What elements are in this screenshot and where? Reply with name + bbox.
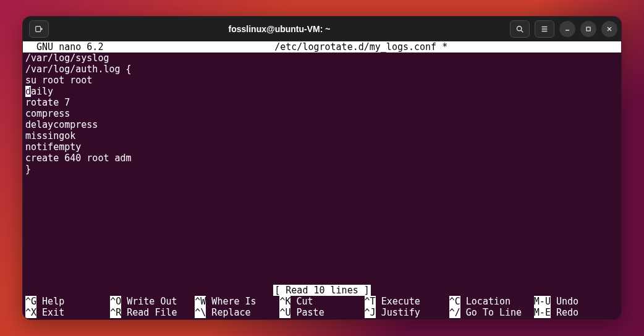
shortcut-key: ^K (279, 296, 290, 307)
shortcut-label: Paste (290, 307, 324, 318)
editor-line: /var/log/auth.log { (25, 64, 619, 75)
shortcut-item: ^J Justify (365, 307, 449, 318)
new-tab-button[interactable] (29, 20, 49, 38)
svg-point-3 (517, 26, 521, 30)
shortcut-bar: ^G Help^O Write Out^W Where Is^K Cut^T E… (23, 296, 621, 319)
nano-header: GNU nano 6.2 /etc/logrotate.d/my_logs.co… (23, 41, 621, 52)
shortcut-key: M-E (534, 307, 551, 318)
editor-line: compress (25, 108, 619, 119)
cursor: d (25, 86, 31, 97)
shortcut-label: Cut (290, 296, 313, 307)
shortcut-label: Exit (36, 307, 64, 318)
editor-line: /var/log/syslog (25, 52, 619, 64)
menu-button[interactable] (535, 20, 554, 38)
shortcut-key: ^/ (449, 307, 460, 318)
shortcut-label: Where Is (206, 296, 256, 307)
shortcut-item: ^U Paste (279, 307, 364, 318)
shortcut-item: ^W Where Is (195, 296, 279, 307)
editor-line: su root root (25, 75, 619, 86)
shortcut-label: Undo (551, 296, 578, 307)
shortcut-key: ^X (25, 307, 36, 318)
shortcut-item: M-E Redo (534, 307, 619, 318)
shortcut-item: M-U Undo (534, 296, 619, 307)
shortcut-label: Help (36, 296, 64, 307)
shortcut-label: Execute (376, 296, 420, 307)
editor-line: } (25, 164, 619, 175)
editor-area[interactable]: /var/log/syslog/var/log/auth.log {su roo… (23, 52, 621, 285)
shortcut-item: ^/ Go To Line (449, 307, 534, 318)
editor-line: delaycompress (25, 119, 619, 130)
shortcut-key: ^W (195, 296, 206, 307)
shortcut-key: ^C (449, 296, 460, 307)
shortcut-key: ^\ (195, 307, 206, 318)
shortcut-label: Redo (551, 307, 578, 318)
editor-line: missingok (25, 130, 619, 141)
svg-rect-9 (587, 27, 590, 31)
maximize-button[interactable] (580, 21, 596, 37)
terminal-window: fosslinux@ubuntu-VM: ~ (22, 16, 622, 320)
shortcut-label: Read File (121, 307, 177, 318)
titlebar: fosslinux@ubuntu-VM: ~ (23, 17, 621, 41)
shortcut-key: ^U (279, 307, 290, 318)
shortcut-item: ^K Cut (279, 296, 364, 307)
nano-app-name: GNU nano 6.2 (25, 41, 103, 52)
minimize-button[interactable] (559, 21, 575, 37)
shortcut-label: Write Out (121, 296, 177, 307)
close-button[interactable] (601, 21, 617, 37)
shortcut-item: ^T Execute (365, 296, 449, 307)
terminal-body[interactable]: GNU nano 6.2 /etc/logrotate.d/my_logs.co… (23, 41, 621, 319)
status-message: [ Read 10 lines ] (273, 285, 371, 296)
shortcut-key: M-U (534, 296, 551, 307)
shortcut-item: ^X Exit (25, 307, 110, 318)
shortcut-item: ^G Help (25, 296, 110, 307)
shortcut-key: ^R (110, 307, 121, 318)
editor-line: rotate 7 (25, 97, 619, 108)
shortcut-item: ^\ Replace (195, 307, 279, 318)
svg-line-4 (521, 30, 523, 32)
shortcut-item: ^R Read File (110, 307, 195, 318)
window-title: fosslinux@ubuntu-VM: ~ (51, 24, 507, 34)
shortcut-key: ^T (365, 296, 376, 307)
shortcut-key: ^J (365, 307, 376, 318)
shortcut-key: ^G (25, 296, 36, 307)
status-row: [ Read 10 lines ] (23, 285, 621, 296)
shortcut-label: Location (460, 296, 511, 307)
svg-rect-0 (36, 27, 41, 32)
nano-filename: /etc/logrotate.d/my_logs.conf * (103, 41, 619, 52)
shortcut-label: Justify (376, 307, 420, 318)
shortcut-item: ^O Write Out (110, 296, 195, 307)
editor-line: notifempty (25, 141, 619, 153)
shortcut-key: ^O (110, 296, 121, 307)
shortcut-label: Go To Line (460, 307, 522, 318)
editor-line: create 640 root adm (25, 153, 619, 164)
editor-line: daily (25, 86, 619, 97)
search-button[interactable] (510, 20, 530, 38)
shortcut-label: Replace (206, 307, 250, 318)
shortcut-item: ^C Location (449, 296, 534, 307)
